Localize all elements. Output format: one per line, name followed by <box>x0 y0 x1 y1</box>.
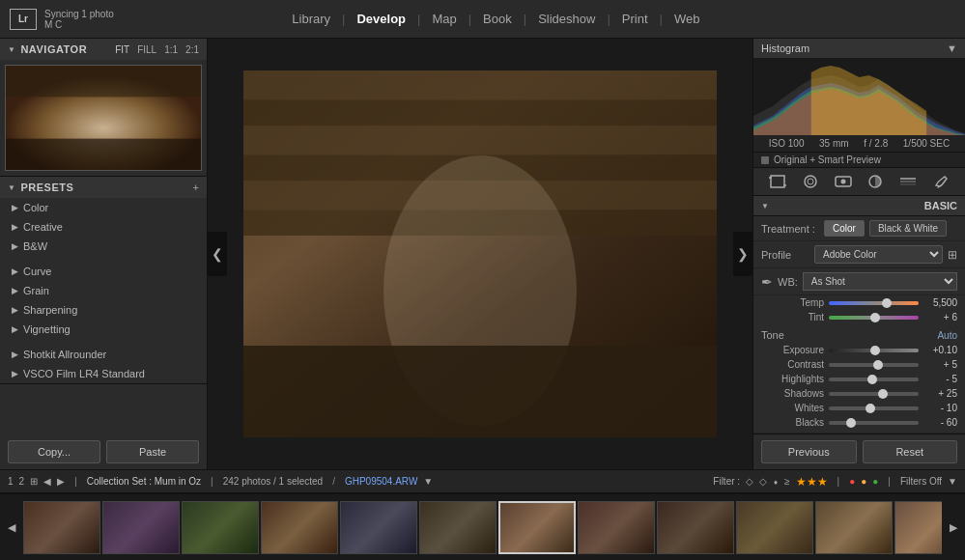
navigator-thumbnail[interactable] <box>5 65 202 171</box>
color-filter-green[interactable]: ● <box>872 476 878 487</box>
nav-fill[interactable]: FILL <box>137 44 156 55</box>
preset-group-vignetting[interactable]: ▶ Vignetting <box>0 320 207 339</box>
tone-auto-button[interactable]: Auto <box>937 330 957 341</box>
exposure-thumb[interactable] <box>870 346 880 355</box>
tint-thumb[interactable] <box>870 313 880 322</box>
page-2-button[interactable]: 2 <box>19 476 25 487</box>
filename-dropdown[interactable]: ▼ <box>423 476 433 487</box>
film-thumb-12[interactable] <box>894 501 942 554</box>
color-filter-red[interactable]: ● <box>849 476 855 487</box>
film-thumb-11[interactable] <box>815 501 893 554</box>
redeye-tool[interactable] <box>833 173 854 190</box>
temp-thumb[interactable] <box>882 298 892 308</box>
reset-button[interactable]: Reset <box>863 440 958 463</box>
next-photo-button[interactable]: ▶ <box>57 476 65 487</box>
grid-view-button[interactable]: ⊞ <box>30 476 38 487</box>
presets-add-button[interactable]: + <box>193 182 199 193</box>
film-thumb-5[interactable] <box>340 501 417 554</box>
film-thumb-7[interactable] <box>498 501 576 554</box>
film-thumb-8[interactable] <box>578 501 655 554</box>
film-thumb-10[interactable] <box>736 501 813 554</box>
svg-point-20 <box>805 176 816 187</box>
profile-grid-icon[interactable]: ⊞ <box>948 248 957 262</box>
histogram-menu-icon[interactable]: ▼ <box>947 42 957 54</box>
film-thumb-9[interactable] <box>657 501 734 554</box>
whites-slider[interactable] <box>829 406 919 410</box>
nav-book[interactable]: Book <box>471 12 524 26</box>
highlights-thumb[interactable] <box>867 375 877 384</box>
filmstrip-left-btn[interactable]: ◀ <box>5 519 18 536</box>
nav-web[interactable]: Web <box>663 12 712 26</box>
temp-slider[interactable] <box>829 301 919 305</box>
cam-aperture: f / 2.8 <box>864 138 888 149</box>
navigator-header[interactable]: ▼ Navigator FIT FILL 1:1 2:1 <box>0 39 207 60</box>
shadows-thumb[interactable] <box>878 389 888 399</box>
filter-icon-4[interactable]: ≥ <box>784 476 790 487</box>
film-thumb-4[interactable] <box>261 501 338 554</box>
profile-select[interactable]: Adobe Color <box>814 245 943 264</box>
nav-develop[interactable]: Develop <box>345 12 417 26</box>
right-arrow[interactable]: ❯ <box>733 232 752 276</box>
preset-group-grain[interactable]: ▶ Grain <box>0 281 207 300</box>
basic-header[interactable]: ▼ Basic <box>753 196 965 216</box>
filter-stars[interactable]: ★★★ <box>796 475 828 489</box>
film-thumb-1[interactable] <box>23 501 100 554</box>
nav-print[interactable]: Print <box>610 12 660 26</box>
nav-1to1[interactable]: 1:1 <box>164 44 178 55</box>
nav-fit[interactable]: FIT <box>115 44 129 55</box>
nav-map[interactable]: Map <box>420 12 468 26</box>
preset-group-bw[interactable]: ▶ B&W <box>0 237 207 256</box>
left-arrow[interactable]: ❮ <box>208 232 227 276</box>
svg-rect-1 <box>6 66 201 97</box>
preset-group-sharpening[interactable]: ▶ Sharpening <box>0 300 207 320</box>
film-thumb-2[interactable] <box>102 501 180 554</box>
filter-icon-2[interactable]: ◇ <box>759 476 767 487</box>
blacks-slider[interactable] <box>829 421 919 425</box>
shadows-slider[interactable] <box>829 392 919 396</box>
crop-tool[interactable] <box>767 173 788 190</box>
filmstrip-controls: ◀ <box>0 519 23 536</box>
bw-treatment-button[interactable]: Black & White <box>869 220 947 237</box>
contrast-slider[interactable] <box>829 363 919 367</box>
eyedropper-tool[interactable]: ✒ <box>761 274 773 290</box>
highlights-slider[interactable] <box>829 378 919 381</box>
preset-group-color[interactable]: ▶ Color <box>0 198 207 217</box>
preset-group-creative[interactable]: ▶ Creative <box>0 217 207 237</box>
preset-group-arrow: ▶ <box>12 369 18 378</box>
filmstrip-right-btn[interactable]: ▶ <box>947 519 960 536</box>
wb-select[interactable]: As Shot <box>803 272 957 291</box>
filter-icon-3[interactable]: ⬧ <box>773 476 779 487</box>
adjustment-brush-tool[interactable] <box>930 173 951 190</box>
filmstrip: ◀ ▶ <box>0 492 965 560</box>
nav-library[interactable]: Library <box>280 12 342 26</box>
filters-off[interactable]: Filters Off <box>900 476 942 487</box>
exposure-slider[interactable] <box>829 349 919 352</box>
color-treatment-button[interactable]: Color <box>824 220 865 237</box>
preset-group-curve[interactable]: ▶ Curve <box>0 262 207 281</box>
svg-rect-2 <box>6 139 201 170</box>
histogram-svg <box>753 58 965 135</box>
blacks-thumb[interactable] <box>846 418 856 428</box>
nav-2to1[interactable]: 2:1 <box>185 44 199 55</box>
spot-heal-tool[interactable] <box>800 173 821 190</box>
film-thumb-6[interactable] <box>419 501 497 554</box>
contrast-thumb[interactable] <box>873 360 883 370</box>
prev-photo-button[interactable]: ◀ <box>43 476 51 487</box>
page-1-button[interactable]: 1 <box>8 476 14 487</box>
film-thumb-3[interactable] <box>182 501 259 554</box>
filename[interactable]: GHP09504.ARW <box>345 476 417 487</box>
previous-button[interactable]: Previous <box>761 440 857 463</box>
color-filter-yellow[interactable]: ● <box>861 476 866 487</box>
masking-tool[interactable] <box>865 173 886 190</box>
whites-thumb[interactable] <box>866 404 875 413</box>
graduated-filter-tool[interactable] <box>897 173 919 190</box>
preset-group-shotkit[interactable]: ▶ Shotkit Allrounder <box>0 345 207 364</box>
filters-off-dropdown[interactable]: ▼ <box>948 476 957 487</box>
nav-slideshow[interactable]: Slideshow <box>526 12 607 26</box>
tint-slider[interactable] <box>829 316 919 320</box>
filter-icon-1[interactable]: ◇ <box>746 476 753 487</box>
presets-header[interactable]: ▼ Presets + <box>0 177 207 198</box>
copy-button[interactable]: Copy... <box>8 440 100 463</box>
preset-group-vsco[interactable]: ▶ VSCO Film LR4 Standard <box>0 364 207 383</box>
paste-button[interactable]: Paste <box>106 440 199 463</box>
